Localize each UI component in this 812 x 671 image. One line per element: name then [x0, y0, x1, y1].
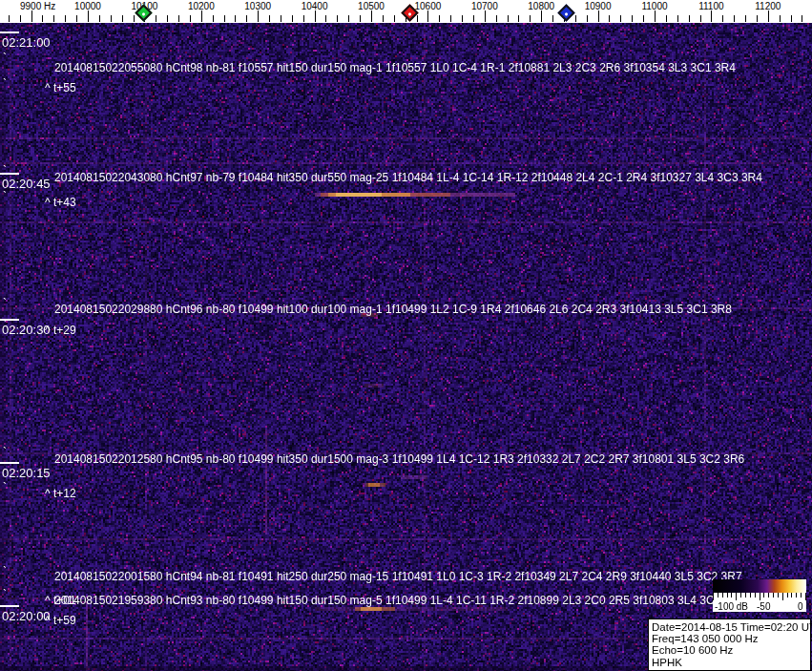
ruler-tick [156, 15, 156, 22]
ruler-tick [371, 10, 372, 22]
edge-tick-mark: ` [3, 77, 7, 91]
marker-blue-icon[interactable] [558, 4, 575, 21]
ruler-tick [167, 15, 168, 22]
edge-tick-mark: ` [3, 164, 7, 178]
ruler-frequency-label: 11000 [641, 1, 667, 11]
ruler-frequency-label: 10500 [358, 1, 385, 11]
detection-text: 20140815022029880 hCnt96 nb-80 f10499 hi… [54, 303, 732, 316]
ruler-tick [9, 15, 10, 22]
marker-center-dot [141, 12, 145, 16]
colorbar-gradient [713, 579, 806, 593]
info-freq-line: Freq=143 050 000 Hz [652, 633, 807, 644]
colorbar-label-max: 0 [798, 601, 803, 612]
ruler-tick [552, 15, 553, 22]
frequency-ruler: 9900 Hz100001010010200103001040010500106… [0, 0, 812, 23]
ruler-tick [315, 10, 316, 22]
detection-time-mark: ^ t+12 [45, 487, 76, 500]
ruler-tick [42, 15, 43, 22]
ruler-tick [20, 15, 21, 22]
ruler-tick [768, 10, 769, 22]
detection-text: 20140815022055080 hCnt98 nb-81 f10557 hi… [54, 61, 736, 74]
ruler-tick [213, 15, 214, 22]
info-station-line: HPHK [652, 657, 807, 668]
ruler-tick [417, 15, 418, 22]
ruler-tick [360, 15, 361, 22]
ruler-tick [485, 10, 486, 22]
ruler-tick [609, 15, 610, 22]
ruler-tick [269, 15, 270, 22]
ruler-tick [473, 15, 474, 22]
time-label: 02:20:30 [2, 323, 51, 337]
detection-time-mark: ^ t+43 [45, 196, 76, 209]
ruler-tick [178, 15, 179, 22]
ruler-tick [757, 15, 758, 22]
time-label: 02:21:00 [2, 35, 51, 50]
ruler-tick [134, 15, 135, 22]
ruler-tick [76, 15, 77, 22]
ruler-tick [462, 15, 463, 22]
ruler-tick [541, 10, 542, 22]
edge-tick-mark: ` [3, 446, 7, 459]
ruler-tick [666, 15, 667, 22]
detection-text: 20140815021959380 hCnt93 nb-80 f10499 hi… [54, 594, 749, 607]
ruler-tick [65, 15, 66, 22]
edge-tick-mark: ` [3, 481, 7, 494]
ruler-tick [530, 15, 531, 22]
ruler-tick [258, 10, 259, 22]
ruler-frequency-label: 10400 [302, 1, 328, 11]
ruler-tick [292, 15, 293, 22]
ruler-tick [224, 15, 225, 22]
ruler-frequency-label: 10900 [585, 1, 612, 11]
ruler-frequency-label: 10700 [471, 1, 498, 11]
edge-tick-mark: ` [3, 588, 7, 601]
ruler-tick [620, 15, 621, 22]
ruler-tick [689, 15, 690, 22]
ruler-tick [348, 15, 349, 22]
marker-center-dot [407, 12, 411, 16]
ruler-tick [281, 15, 281, 22]
time-label: 02:20:00 [2, 609, 51, 623]
ruler-tick [325, 15, 326, 22]
ruler-tick [190, 15, 191, 22]
ruler-tick [427, 10, 428, 22]
ruler-tick [711, 10, 712, 22]
ruler-tick [655, 10, 656, 22]
info-echo-line: Echo=10 600 Hz [652, 644, 807, 656]
ruler-tick [337, 15, 338, 22]
detection-text: 20140815022043080 hCnt97 nb-79 f10484 hi… [54, 171, 762, 184]
colorbar-ticks [713, 593, 806, 601]
ruler-tick [31, 10, 32, 22]
colorbar-label-min: -100 dB [715, 601, 748, 612]
ruler-tick [734, 15, 735, 22]
ruler-frequency-label: 10200 [188, 1, 215, 11]
meteor-echo-spectrogram-window: 9900 Hz100001010010200103001040010500106… [0, 0, 812, 671]
ruler-frequency-label: 10000 [74, 1, 101, 11]
ruler-tick [246, 15, 247, 22]
edge-tick-mark: ` [3, 190, 7, 203]
detection-text: 20140815022012580 hCnt95 nb-80 f10499 hi… [54, 452, 744, 466]
ruler-tick [122, 15, 123, 22]
ruler-tick [496, 15, 497, 22]
ruler-tick [575, 15, 576, 22]
info-date-line: Date=2014-08-15 Time=02:20 UTC [652, 621, 807, 633]
ruler-tick [780, 15, 781, 22]
colorbar-scale: -100 dB -50 0 [713, 593, 806, 612]
time-tick-line [0, 31, 19, 33]
edge-tick-mark: ` [3, 297, 7, 310]
ruler-frequency-label: 10800 [528, 1, 554, 11]
detection-time-mark: ^ t+55 [45, 81, 76, 94]
ruler-tick [722, 15, 723, 22]
time-label: 02:20:45 [2, 177, 51, 191]
edge-tick-mark: ` [3, 319, 7, 332]
ruler-tick [383, 15, 384, 22]
ruler-tick [598, 10, 599, 22]
ruler-tick [88, 10, 89, 22]
ruler-tick [303, 15, 304, 22]
ruler-tick [587, 15, 588, 22]
info-box: Date=2014-08-15 Time=02:20 UTC Freq=143 … [648, 619, 811, 671]
ruler-tick [508, 15, 509, 22]
time-tick-line [0, 605, 19, 607]
ruler-tick [632, 15, 633, 22]
ruler-tick [394, 15, 395, 22]
ruler-frequency-label: 9900 Hz [20, 1, 55, 11]
